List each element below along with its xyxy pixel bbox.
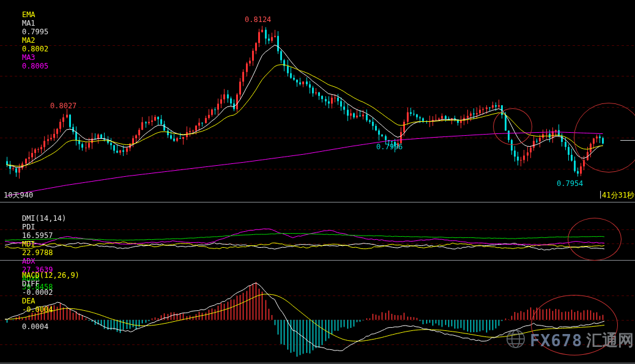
price-label-ma3: 0.7996 — [376, 143, 403, 151]
dea-value: -0.0004 — [22, 305, 53, 314]
indicator-name-macd: MACD(12,26,9) — [22, 271, 80, 280]
ma1-value: 0.7995 — [22, 28, 48, 36]
mdi-value: 22.9788 — [22, 248, 53, 257]
watermark: FX678 汇通网 — [505, 329, 634, 352]
price-panel-header: EMA MA1 0.7995 MA2 0.8002 MA3 0.8005 — [4, 2, 59, 79]
macd-m-value: 0.0004 — [22, 322, 48, 331]
bottom-border — [0, 363, 635, 363]
watermark-brand: FX678 — [530, 331, 582, 350]
panel-divider-dmi — [0, 202, 635, 202]
ma3-value: 0.8005 — [22, 62, 48, 70]
diff-value: -0.0002 — [22, 288, 53, 297]
pdi-label: PDI — [22, 223, 35, 231]
annotation-circle-price-1 — [493, 108, 532, 145]
ma1-label: MA1 — [22, 19, 35, 28]
mdi-label: MDI — [22, 240, 35, 248]
price-label-local-peak: 0.8027 — [50, 102, 76, 110]
period-label[interactable]: 10天940 — [4, 191, 33, 199]
pdi-value: 16.5957 — [22, 231, 53, 240]
macd-panel-header: MACD(12,26,9) DIFF -0.0002 DEA -0.0004 0… — [4, 262, 84, 340]
annotation-circle-dmi — [568, 218, 622, 261]
price-label-high: 0.8124 — [245, 15, 271, 24]
diff-label: DIFF — [22, 280, 40, 288]
indicator-name-dmi: DMI(14,14) — [22, 214, 66, 223]
indicator-name-ema: EMA — [22, 10, 35, 19]
panel-divider-macd — [0, 260, 635, 261]
countdown-timer: 41分31秒 — [602, 191, 634, 199]
globe-icon — [505, 329, 526, 352]
watermark-suffix: 汇通网 — [586, 330, 634, 351]
trading-terminal-screen: EMA MA1 0.7995 MA2 0.8002 MA3 0.8005 0.8… — [0, 0, 635, 364]
ma2-label: MA2 — [22, 36, 35, 45]
dea-label: DEA — [22, 297, 35, 305]
ma2-value: 0.8002 — [22, 45, 48, 53]
ma3-label: MA3 — [22, 53, 35, 62]
price-label-low: 0.7954 — [557, 179, 583, 188]
